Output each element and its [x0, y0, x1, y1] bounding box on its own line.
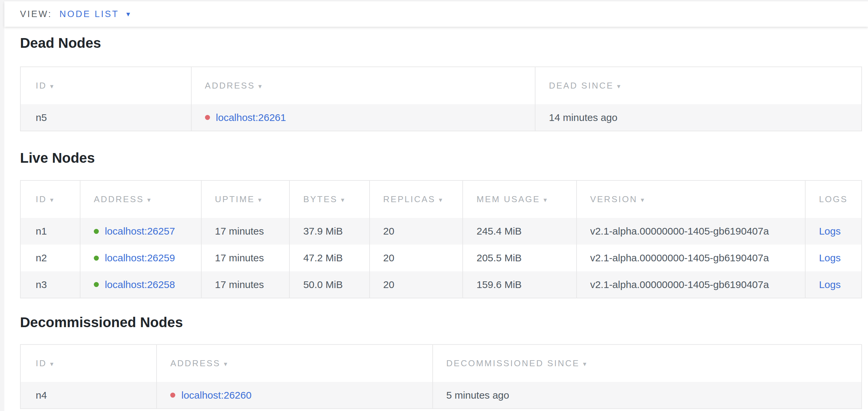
node-id-cell: n2: [20, 244, 80, 271]
uptime-cell: 17 minutes: [201, 271, 290, 298]
table-row: n1 localhost:26257 17 minutes 37.9 MiB 2…: [20, 218, 862, 244]
column-header-mem-usage[interactable]: MEM USAGE▾: [463, 180, 576, 218]
logs-cell: Logs: [805, 244, 862, 271]
node-address-link[interactable]: localhost:26261: [216, 112, 286, 123]
sort-arrow-icon: ▾: [439, 196, 443, 204]
view-dropdown[interactable]: NODE LIST ▼: [59, 9, 131, 19]
view-dropdown-value: NODE LIST: [59, 9, 119, 19]
column-header-decommissioned-since[interactable]: DECOMMISSIONED SINCE▾: [433, 345, 862, 382]
sort-arrow-icon: ▾: [50, 196, 55, 204]
live-nodes-heading: Live Nodes: [20, 150, 862, 166]
node-address-link[interactable]: localhost:26257: [105, 226, 175, 237]
node-address-link[interactable]: localhost:26258: [105, 279, 175, 290]
table-header-row: ID▾ ADDRESS▾ DEAD SINCE▾: [20, 67, 862, 104]
column-header-bytes[interactable]: BYTES▾: [289, 180, 369, 218]
node-address-cell: localhost:26259: [80, 244, 201, 271]
live-nodes-table: ID▾ ADDRESS▾ UPTIME▾ BYTES▾ REPLICAS▾: [20, 180, 862, 298]
node-id-cell: n1: [20, 218, 80, 244]
column-header-version[interactable]: VERSION▾: [577, 180, 805, 218]
version-cell: v2.1-alpha.00000000-1405-gb6190407a: [577, 244, 805, 271]
column-header-address[interactable]: ADDRESS▾: [80, 180, 201, 218]
column-header-logs: LOGS: [805, 180, 862, 218]
node-address-link[interactable]: localhost:26260: [181, 390, 251, 401]
sort-arrow-icon: ▾: [50, 360, 55, 368]
bytes-cell: 47.2 MiB: [289, 244, 369, 271]
decommissioned-nodes-table: ID▾ ADDRESS▾ DECOMMISSIONED SINCE▾ n4: [20, 344, 862, 409]
live-status-dot-icon: [94, 282, 99, 287]
table-row: n2 localhost:26259 17 minutes 47.2 MiB 2…: [20, 244, 862, 271]
logs-cell: Logs: [805, 218, 862, 244]
node-address-cell: localhost:26261: [191, 104, 535, 131]
column-header-uptime[interactable]: UPTIME▾: [201, 180, 290, 218]
mem-usage-cell: 205.5 MiB: [463, 244, 576, 271]
decommissioned-status-dot-icon: [170, 392, 175, 398]
dead-status-dot-icon: [205, 115, 210, 120]
replicas-cell: 20: [370, 271, 463, 298]
view-toolbar: VIEW: NODE LIST ▼: [4, 1, 868, 27]
column-header-address[interactable]: ADDRESS▾: [157, 345, 433, 382]
dead-nodes-heading: Dead Nodes: [20, 35, 862, 51]
sort-arrow-icon: ▾: [641, 196, 645, 204]
sort-arrow-icon: ▾: [50, 83, 55, 90]
sort-arrow-icon: ▾: [147, 196, 152, 204]
node-address-link[interactable]: localhost:26259: [105, 252, 175, 264]
node-id-cell: n5: [20, 104, 191, 131]
sort-arrow-icon: ▾: [258, 83, 263, 90]
table-header-row: ID▾ ADDRESS▾ UPTIME▾ BYTES▾ REPLICAS▾: [20, 180, 862, 218]
bytes-cell: 50.0 MiB: [289, 271, 369, 298]
decommissioned-since-cell: 5 minutes ago: [433, 382, 862, 409]
sort-arrow-icon: ▾: [341, 196, 345, 204]
column-header-id[interactable]: ID▾: [20, 67, 191, 104]
column-header-replicas[interactable]: REPLICAS▾: [370, 180, 463, 218]
node-id-cell: n3: [20, 271, 80, 298]
node-address-cell: localhost:26257: [80, 218, 201, 244]
logs-link[interactable]: Logs: [819, 252, 841, 263]
chevron-down-icon: ▼: [125, 11, 131, 18]
mem-usage-cell: 159.6 MiB: [463, 271, 576, 298]
table-row: n3 localhost:26258 17 minutes 50.0 MiB 2…: [20, 271, 862, 298]
live-status-dot-icon: [94, 229, 99, 234]
dead-since-cell: 14 minutes ago: [535, 104, 862, 131]
sort-arrow-icon: ▾: [583, 360, 588, 368]
node-address-cell: localhost:26258: [80, 271, 201, 298]
uptime-cell: 17 minutes: [201, 244, 290, 271]
sort-arrow-icon: ▾: [617, 83, 622, 90]
column-header-id[interactable]: ID▾: [20, 345, 157, 382]
logs-link[interactable]: Logs: [819, 279, 841, 290]
uptime-cell: 17 minutes: [201, 218, 290, 244]
sort-arrow-icon: ▾: [258, 196, 263, 204]
live-status-dot-icon: [94, 256, 99, 261]
replicas-cell: 20: [370, 244, 463, 271]
table-row: n4 localhost:26260 5 minutes ago: [20, 382, 862, 409]
sort-arrow-icon: ▾: [544, 196, 548, 204]
column-header-id[interactable]: ID▾: [20, 180, 80, 218]
mem-usage-cell: 245.4 MiB: [463, 218, 576, 244]
dead-nodes-table: ID▾ ADDRESS▾ DEAD SINCE▾ n5: [20, 66, 862, 131]
logs-cell: Logs: [805, 271, 862, 298]
version-cell: v2.1-alpha.00000000-1405-gb6190407a: [577, 271, 805, 298]
sort-arrow-icon: ▾: [224, 360, 228, 368]
view-label: VIEW:: [20, 9, 52, 19]
page-content: Dead Nodes ID▾ ADDRESS▾ DEAD SINCE▾: [4, 35, 868, 409]
node-id-cell: n4: [20, 382, 157, 409]
bytes-cell: 37.9 MiB: [289, 218, 369, 244]
node-address-cell: localhost:26260: [157, 382, 433, 409]
table-header-row: ID▾ ADDRESS▾ DECOMMISSIONED SINCE▾: [20, 345, 862, 382]
replicas-cell: 20: [370, 218, 463, 244]
version-cell: v2.1-alpha.00000000-1405-gb6190407a: [577, 218, 805, 244]
logs-link[interactable]: Logs: [819, 226, 841, 237]
main-window: VIEW: NODE LIST ▼ Dead Nodes ID▾ ADDRESS…: [4, 1, 868, 411]
column-header-dead-since[interactable]: DEAD SINCE▾: [535, 67, 862, 104]
table-row: n5 localhost:26261 14 minutes ago: [20, 104, 862, 131]
decommissioned-nodes-heading: Decommissioned Nodes: [20, 315, 862, 330]
column-header-address[interactable]: ADDRESS▾: [191, 67, 535, 104]
